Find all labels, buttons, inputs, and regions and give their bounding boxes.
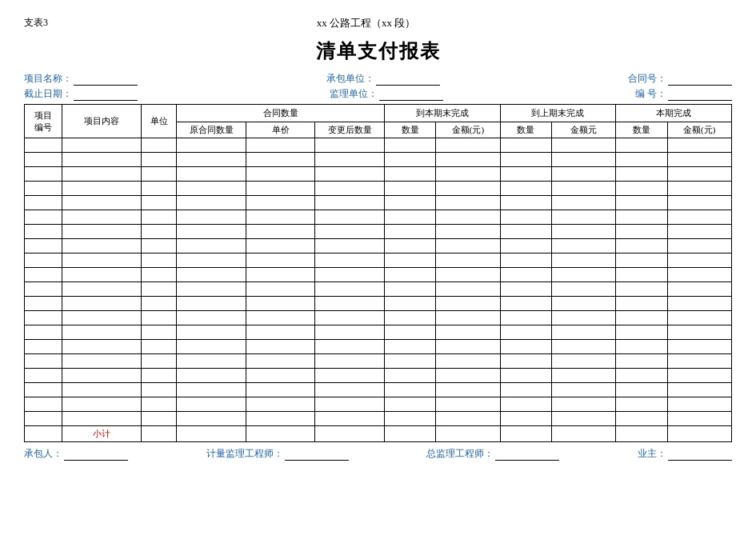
subtotal-cell xyxy=(500,426,551,442)
table-cell xyxy=(25,325,62,340)
table-cell xyxy=(315,239,385,254)
table-cell xyxy=(246,282,315,297)
table-cell xyxy=(436,239,500,254)
main-title: 清单支付报表 xyxy=(24,38,732,64)
table-cell xyxy=(62,412,141,426)
subtotal-cell xyxy=(436,426,500,442)
table-cell xyxy=(385,282,436,297)
table-cell xyxy=(25,369,62,383)
table-cell xyxy=(25,254,62,268)
col-header-qty2: 数量 xyxy=(500,122,551,138)
subtotal-cell xyxy=(315,426,385,442)
footer-chief-supervisor-label: 总监理工程师： xyxy=(426,447,494,461)
table-cell xyxy=(385,254,436,268)
table-cell xyxy=(385,268,436,282)
table-cell xyxy=(616,282,667,297)
table-cell xyxy=(551,167,615,182)
table-cell xyxy=(315,196,385,210)
document-container: 支表3 xx 公路工程（xx 段） 清单支付报表 项目名称： 承包单位： 合同号… xyxy=(24,16,732,461)
table-cell xyxy=(141,325,177,340)
table-cell xyxy=(500,167,551,182)
footer-quantity-supervisor-value xyxy=(285,448,349,461)
footer-row: 承包人： 计量监理工程师： 总监理工程师： 业主： xyxy=(24,447,732,461)
table-cell xyxy=(315,369,385,383)
table-cell xyxy=(246,196,315,210)
table-cell xyxy=(25,383,62,397)
table-cell xyxy=(141,196,177,210)
table-cell xyxy=(315,153,385,167)
table-cell xyxy=(616,153,667,167)
footer-contractor-value xyxy=(64,448,128,461)
table-cell xyxy=(385,138,436,153)
table-cell xyxy=(385,354,436,369)
table-cell xyxy=(246,297,315,311)
cutoff-date-value xyxy=(74,88,138,101)
col-header-changed-qty: 变更后数量 xyxy=(315,122,385,138)
table-cell xyxy=(141,311,177,325)
table-row xyxy=(25,297,732,311)
table-row xyxy=(25,196,732,210)
table-cell xyxy=(551,383,615,397)
table-cell xyxy=(315,182,385,196)
subtotal-cell: 小计 xyxy=(62,426,141,442)
table-cell xyxy=(62,225,141,239)
footer-owner-value xyxy=(668,448,732,461)
table-row xyxy=(25,225,732,239)
table-cell xyxy=(315,268,385,282)
table-cell xyxy=(500,268,551,282)
table-row xyxy=(25,354,732,369)
col-header-qty1: 数量 xyxy=(385,122,436,138)
col-header-contract-qty: 合同数量 xyxy=(177,105,385,122)
table-cell xyxy=(62,383,141,397)
table-cell xyxy=(246,182,315,196)
table-cell xyxy=(177,239,246,254)
table-cell xyxy=(25,153,62,167)
table-cell xyxy=(385,369,436,383)
project-name-field: 项目名称： xyxy=(24,72,138,86)
table-cell xyxy=(500,153,551,167)
table-cell xyxy=(500,354,551,369)
subtotal-cell xyxy=(246,426,315,442)
table-cell xyxy=(616,325,667,340)
table-cell xyxy=(141,383,177,397)
table-cell xyxy=(246,340,315,354)
table-cell xyxy=(141,182,177,196)
table-cell xyxy=(141,167,177,182)
table-cell xyxy=(62,153,141,167)
project-header: 支表3 xx 公路工程（xx 段） xyxy=(24,16,732,37)
supervisor-value xyxy=(379,88,443,101)
table-cell xyxy=(500,383,551,397)
table-cell xyxy=(385,239,436,254)
table-cell xyxy=(500,397,551,412)
table-row xyxy=(25,397,732,412)
table-cell xyxy=(62,369,141,383)
table-cell xyxy=(177,354,246,369)
table-cell xyxy=(62,182,141,196)
table-row xyxy=(25,167,732,182)
table-cell xyxy=(177,138,246,153)
col-header-content: 项目内容 xyxy=(62,105,141,138)
table-cell xyxy=(62,354,141,369)
table-cell xyxy=(25,354,62,369)
table-cell xyxy=(141,397,177,412)
table-cell xyxy=(436,397,500,412)
table-cell xyxy=(436,138,500,153)
table-cell xyxy=(551,412,615,426)
table-cell xyxy=(436,383,500,397)
table-cell xyxy=(62,282,141,297)
table-cell xyxy=(616,254,667,268)
table-cell xyxy=(315,340,385,354)
table-cell xyxy=(500,340,551,354)
col-header-qty3: 数量 xyxy=(616,122,667,138)
col-header-to-current-period: 到本期末完成 xyxy=(385,105,501,122)
table-cell xyxy=(62,325,141,340)
contractor-label: 承包单位： xyxy=(326,72,374,86)
table-cell xyxy=(141,225,177,239)
table-cell xyxy=(62,254,141,268)
table-cell xyxy=(246,397,315,412)
table-cell xyxy=(315,210,385,225)
table-cell xyxy=(315,254,385,268)
table-cell xyxy=(616,397,667,412)
table-cell xyxy=(551,153,615,167)
col-header-unit: 单位 xyxy=(141,105,177,138)
